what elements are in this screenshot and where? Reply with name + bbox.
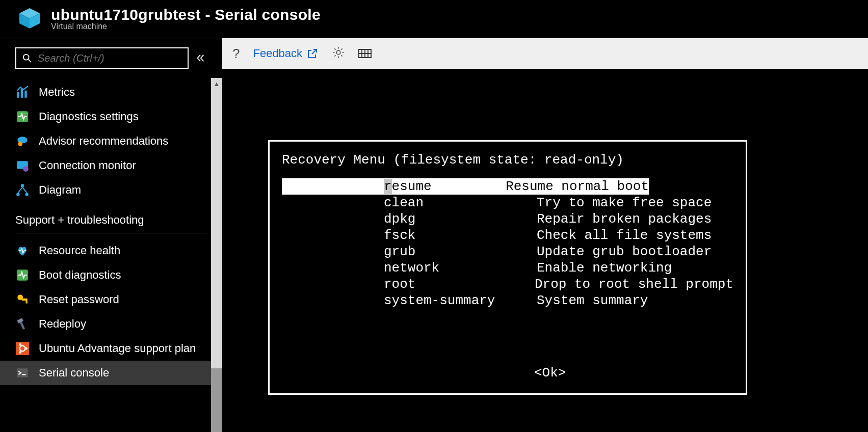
- sidebar-item-resource-health[interactable]: Resource health: [0, 238, 222, 263]
- keyboard-icon: [358, 48, 372, 59]
- sidebar-item-label: Reset password: [39, 293, 119, 306]
- sidebar-section-title: Support + troubleshooting: [0, 202, 222, 230]
- sidebar: Metrics Diagnostics settings Advisor rec…: [0, 38, 222, 432]
- sidebar-item-label: Connection monitor: [39, 159, 136, 172]
- svg-point-14: [16, 193, 20, 196]
- recovery-menu-title: Recovery Menu (filesystem state: read-on…: [282, 152, 733, 168]
- keyboard-button[interactable]: [358, 48, 372, 59]
- serial-console-output[interactable]: Recovery Menu (filesystem state: read-on…: [222, 69, 868, 432]
- sidebar-item-redeploy[interactable]: Redeploy: [0, 312, 222, 336]
- recovery-menu-item[interactable]: dpkgRepair broken packages: [282, 211, 733, 227]
- recovery-menu-list: resumeResume normal bootcleanTry to make…: [282, 178, 733, 309]
- sidebar-item-diagram[interactable]: Diagram: [0, 178, 222, 202]
- recovery-menu-item[interactable]: rootDrop to root shell prompt: [282, 276, 733, 292]
- sidebar-item-diagnostics-settings[interactable]: Diagnostics settings: [0, 104, 222, 129]
- svg-rect-20: [22, 299, 28, 301]
- sidebar-item-label: Diagram: [39, 183, 81, 197]
- sidebar-item-label: Ubuntu Advantage support plan: [39, 342, 196, 355]
- recovery-menu-item[interactable]: fsckCheck all file systems: [282, 227, 733, 244]
- sidebar-item-metrics[interactable]: Metrics: [0, 80, 222, 104]
- page-header: ubuntu1710grubtest - Serial console Virt…: [0, 0, 868, 38]
- page-title: ubuntu1710grubtest - Serial console: [51, 6, 321, 23]
- sidebar-item-label: Metrics: [39, 86, 75, 99]
- svg-point-3: [23, 55, 29, 60]
- sidebar-item-label: Serial console: [39, 366, 109, 380]
- feedback-button[interactable]: Feedback: [253, 47, 319, 60]
- sidebar-item-label: Diagnostics settings: [39, 110, 139, 123]
- svg-point-13: [21, 184, 24, 187]
- svg-point-15: [25, 193, 29, 196]
- svg-rect-7: [24, 91, 27, 98]
- sidebar-nav: Metrics Diagnostics settings Advisor rec…: [0, 78, 222, 385]
- recovery-menu-item[interactable]: networkEnable networking: [282, 260, 733, 276]
- ubuntu-icon: [15, 341, 30, 356]
- connection-monitor-icon: [15, 158, 30, 173]
- scroll-up-arrow-icon[interactable]: ▲: [211, 78, 222, 89]
- sidebar-item-label: Resource health: [39, 244, 120, 257]
- metrics-icon: [15, 85, 30, 99]
- svg-rect-29: [17, 368, 28, 377]
- sidebar-item-advisor[interactable]: Advisor recommendations: [0, 129, 222, 153]
- recovery-menu-item[interactable]: resumeResume normal boot: [282, 178, 649, 195]
- svg-line-4: [29, 60, 31, 62]
- svg-point-27: [19, 343, 21, 346]
- svg-point-28: [19, 351, 21, 354]
- advisor-icon: [15, 134, 30, 148]
- diagram-icon: [15, 183, 30, 197]
- svg-point-10: [18, 142, 22, 146]
- vm-cube-icon: [15, 4, 44, 33]
- sidebar-item-label: Boot diagnostics: [39, 268, 121, 282]
- sidebar-item-ubuntu-advantage[interactable]: Ubuntu Advantage support plan: [0, 336, 222, 361]
- external-link-icon: [306, 47, 319, 60]
- recovery-menu-item[interactable]: system-summarySystem summary: [282, 292, 733, 309]
- recovery-menu-window: Recovery Menu (filesystem state: read-on…: [268, 140, 747, 395]
- svg-point-12: [23, 166, 29, 172]
- recovery-menu-item[interactable]: grubUpdate grub bootloader: [282, 244, 733, 260]
- search-box[interactable]: [15, 47, 189, 69]
- sidebar-item-reset-password[interactable]: Reset password: [0, 287, 222, 312]
- sidebar-item-connection-monitor[interactable]: Connection monitor: [0, 153, 222, 178]
- sidebar-item-serial-console[interactable]: Serial console: [0, 361, 222, 385]
- svg-rect-6: [21, 89, 23, 98]
- svg-rect-5: [17, 92, 19, 98]
- svg-rect-21: [26, 301, 28, 303]
- hammer-icon: [15, 317, 30, 331]
- help-button[interactable]: ?: [232, 46, 240, 62]
- collapse-sidebar-button[interactable]: [194, 51, 207, 65]
- key-icon: [15, 292, 30, 307]
- sidebar-item-label: Advisor recommendations: [39, 134, 168, 148]
- health-icon: [15, 244, 30, 258]
- feedback-label: Feedback: [253, 47, 302, 60]
- svg-point-31: [336, 50, 340, 55]
- toolbar: ? Feedback: [222, 38, 868, 69]
- boot-diagnostics-icon: [15, 268, 30, 282]
- search-input[interactable]: [38, 52, 181, 64]
- scrollbar-thumb[interactable]: [211, 368, 222, 432]
- sidebar-item-label: Redeploy: [39, 317, 86, 331]
- diagnostics-icon: [15, 110, 30, 124]
- gear-icon: [332, 46, 345, 59]
- svg-line-17: [22, 187, 27, 193]
- sidebar-divider: [15, 233, 207, 233]
- svg-rect-23: [20, 321, 25, 330]
- sidebar-scrollbar[interactable]: ▲: [211, 78, 222, 432]
- recovery-menu-item[interactable]: cleanTry to make free space: [282, 195, 733, 211]
- recovery-menu-ok-button[interactable]: <Ok>: [282, 365, 733, 381]
- sidebar-item-boot-diagnostics[interactable]: Boot diagnostics: [0, 263, 222, 287]
- svg-point-26: [25, 347, 28, 350]
- search-icon: [22, 53, 32, 63]
- svg-line-16: [18, 187, 22, 193]
- settings-button[interactable]: [332, 46, 345, 61]
- console-icon: [15, 366, 30, 380]
